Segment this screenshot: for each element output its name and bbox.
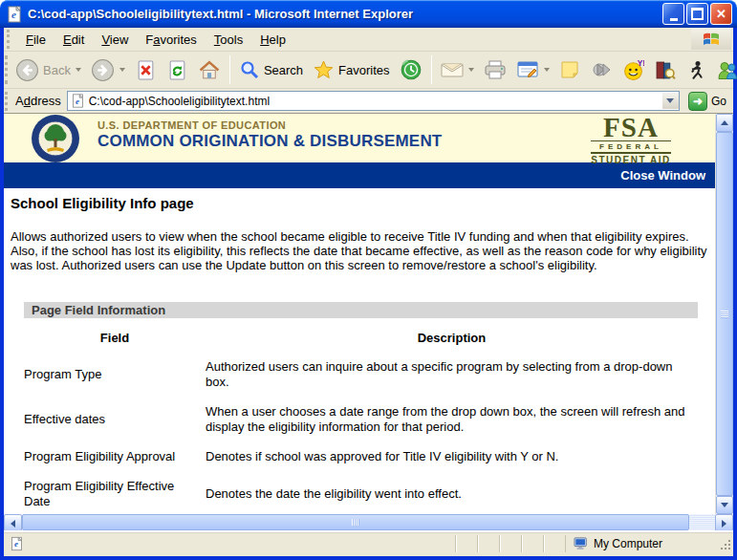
back-button[interactable]: Back (11, 56, 86, 84)
fsa-logo: FSA FEDERAL STUDENT AID (591, 115, 671, 165)
resize-grip-icon[interactable] (719, 538, 731, 550)
yahoo-messenger-button[interactable]: Y! (618, 57, 649, 83)
vertical-scrollbar[interactable] (715, 114, 733, 514)
research-button[interactable] (649, 57, 681, 83)
banner-text: U.S. DEPARTMENT OF EDUCATION COMMON ORIG… (98, 119, 442, 151)
browser-viewport: U.S. DEPARTMENT OF EDUCATION COMMON ORIG… (4, 113, 733, 514)
search-icon (239, 59, 260, 80)
page-content: U.S. DEPARTMENT OF EDUCATION COMMON ORIG… (4, 114, 715, 514)
toolbar-separator-2 (431, 55, 432, 84)
address-value: C:\cod-app\Schooleligibilitytext.html (89, 95, 662, 108)
address-label: Address (15, 94, 61, 108)
go-icon: ➜ (688, 92, 707, 111)
favorites-button[interactable]: Favorites (308, 57, 394, 82)
go-label: Go (711, 95, 726, 108)
msn-messenger-icon (716, 59, 737, 81)
back-label: Back (43, 63, 71, 77)
back-icon (15, 58, 39, 82)
table-row-field: Effective dates (24, 412, 206, 427)
search-label: Search (264, 63, 303, 77)
favorites-label: Favorites (338, 63, 389, 77)
section-header-bar: Page Field Information (24, 302, 698, 318)
maximize-icon[interactable] (686, 3, 708, 25)
go-button[interactable]: ➜ Go (684, 91, 730, 112)
browser-window: e C:\cod-app\Schooleligibilitytext.html … (0, 0, 737, 560)
forward-chevron-icon (119, 68, 125, 72)
svg-text:e: e (76, 97, 79, 106)
messenger-button[interactable] (585, 57, 618, 82)
page-body: School Eligibility Info page Allows auth… (4, 188, 715, 514)
cod-banner: U.S. DEPARTMENT OF EDUCATION COMMON ORIG… (4, 114, 715, 162)
svg-text:Y!: Y! (637, 59, 643, 68)
forward-button[interactable] (86, 56, 130, 84)
scroll-right-icon (722, 520, 726, 528)
intro-paragraph: Allows authorized users to view when the… (11, 229, 707, 272)
table-row-field: Program Type (24, 367, 206, 382)
close-icon[interactable]: ✕ (710, 3, 732, 25)
security-zone-label: My Computer (594, 537, 662, 550)
menu-favorites[interactable]: Favorites (137, 30, 205, 50)
address-input[interactable]: e C:\cod-app\Schooleligibilitytext.html (67, 91, 680, 111)
edit-button[interactable] (511, 58, 554, 81)
research-icon (654, 59, 676, 81)
edit-icon (516, 60, 539, 79)
history-button[interactable] (395, 56, 427, 83)
close-window-link[interactable]: Close Window (620, 168, 705, 183)
table-row-field: Program Eligibility Effective Date (24, 479, 206, 509)
menu-view[interactable]: View (93, 30, 137, 50)
windows-flag-icon (691, 28, 731, 50)
msn-messenger-button[interactable] (711, 57, 737, 83)
menu-help[interactable]: Help (251, 30, 294, 50)
field-table: Field Description Program Type Authorize… (24, 331, 698, 514)
scroll-up-button[interactable] (716, 114, 733, 132)
fsa-acronym: FSA (591, 115, 671, 140)
table-row-description: Authorized users can inquire about a spe… (206, 359, 698, 390)
vertical-scrollbar-thumb[interactable] (716, 132, 733, 496)
status-pane (455, 535, 477, 552)
aim-icon (685, 59, 706, 81)
window-frame: File Edit View Favorites Tools Help Back (0, 28, 737, 560)
back-chevron-icon (76, 68, 81, 72)
notes-button[interactable] (554, 57, 585, 82)
status-bar: e My Computer (4, 530, 733, 556)
print-button[interactable] (479, 57, 511, 82)
scroll-down-icon (721, 503, 728, 507)
column-header-field: Field (24, 331, 206, 345)
menu-tools[interactable]: Tools (206, 30, 251, 50)
title-bar[interactable]: e C:\cod-app\Schooleligibilitytext.html … (0, 0, 737, 28)
history-icon (400, 58, 423, 81)
print-icon (484, 59, 507, 80)
search-button[interactable]: Search (234, 57, 308, 82)
address-dropdown-button[interactable] (662, 93, 679, 109)
yahoo-messenger-icon: Y! (622, 59, 644, 81)
scroll-down-button[interactable] (716, 496, 733, 514)
mail-chevron-icon (468, 68, 474, 72)
stop-button[interactable] (130, 57, 162, 83)
svg-text:e: e (11, 9, 16, 20)
status-pane (477, 535, 499, 552)
home-button[interactable] (193, 57, 226, 83)
aim-button[interactable] (681, 57, 711, 83)
edit-chevron-icon (544, 68, 550, 72)
toolbar-gripper[interactable] (7, 30, 14, 48)
refresh-button[interactable] (162, 57, 193, 83)
menu-edit[interactable]: Edit (54, 30, 93, 50)
status-pane (543, 535, 565, 552)
horizontal-scrollbar-thumb[interactable] (22, 514, 689, 530)
toolbar-gripper-3[interactable] (5, 92, 12, 111)
address-bar: Address e C:\cod-app\Schooleligibilityte… (4, 89, 733, 113)
toolbar: Back Search Favorites (4, 52, 733, 89)
table-row-field: Program Eligibility Approval (24, 449, 206, 464)
horizontal-scrollbar[interactable] (4, 514, 733, 530)
toolbar-separator (229, 55, 230, 84)
security-zone-pane: My Computer (565, 535, 717, 552)
svg-text:e: e (14, 539, 18, 549)
toolbar-gripper-2[interactable] (5, 55, 8, 84)
mail-button[interactable] (436, 58, 479, 81)
minimize-icon[interactable] (662, 3, 684, 25)
menu-file[interactable]: File (17, 30, 54, 50)
forward-icon (91, 58, 115, 82)
window-title: C:\cod-app\Schooleligibilitytext.html - … (28, 7, 661, 21)
horizontal-scrollbar-track[interactable] (22, 514, 715, 530)
home-icon (198, 59, 221, 81)
